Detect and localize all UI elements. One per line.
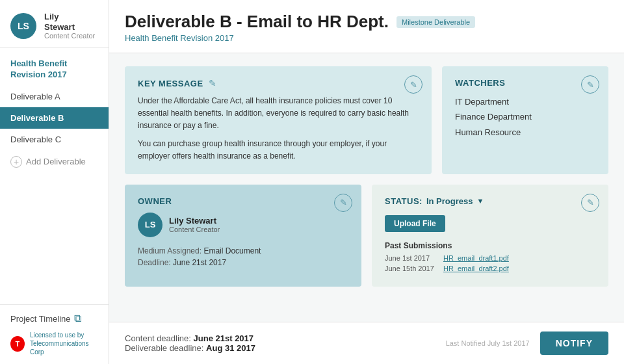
owner-medium: Medium Assigned: Email Document — [138, 246, 348, 255]
submission-file-1[interactable]: HR_email_draft1.pdf — [443, 254, 509, 262]
key-message-edit-button[interactable]: ✎ — [404, 75, 422, 94]
past-submission-1: June 1st 2017 HR_email_draft1.pdf — [385, 254, 595, 262]
owner-deadline: Deadline: June 21st 2017 — [138, 258, 348, 267]
key-message-edit-icon: ✎ — [209, 78, 217, 88]
key-message-title: KEY MESSAGE ✎ — [138, 78, 419, 88]
sidebar-header: LS Lily Stewart Content Creator — [0, 0, 109, 48]
deadlines-section: Content deadline: June 21st 2017 Deliver… — [125, 333, 255, 353]
owner-avatar: LS — [138, 213, 162, 237]
past-submission-2: June 15th 2017 HR_email_draft2.pdf — [385, 265, 595, 272]
past-submissions-title: Past Submissions — [385, 241, 595, 250]
sidebar: LS Lily Stewart Content Creator Health B… — [0, 0, 109, 364]
pencil-icon: ✎ — [410, 80, 417, 90]
pencil-icon-owner: ✎ — [340, 198, 347, 207]
status-label: STATUS: — [385, 196, 422, 206]
cards-row-1: KEY MESSAGE ✎ ✎ Under the Affordable Car… — [125, 66, 608, 174]
breadcrumb[interactable]: Health Benefit Revision 2017 — [125, 33, 234, 43]
watchers-edit-button[interactable]: ✎ — [581, 75, 599, 94]
key-message-body: Under the Affordable Care Act, all healt… — [138, 95, 419, 162]
submission-date-1: June 1st 2017 — [385, 254, 437, 262]
chevron-down-icon: ▼ — [476, 197, 484, 205]
watcher-list: IT Department Finance Department Human R… — [455, 94, 595, 140]
plus-icon: + — [10, 156, 22, 168]
status-card: STATUS: In Progress ▼ ✎ Upload File Past… — [372, 185, 608, 287]
user-name: Lily Stewart — [44, 12, 95, 32]
notify-section: Last Notified July 1st 2017 NOTIFY — [446, 332, 608, 355]
pencil-icon-watchers: ✎ — [587, 80, 594, 90]
key-message-card: KEY MESSAGE ✎ ✎ Under the Affordable Car… — [125, 66, 432, 174]
upload-file-button[interactable]: Upload File — [385, 215, 445, 232]
license-label: Licensed to use by Telecommunications Co… — [30, 331, 98, 356]
owner-edit-button[interactable]: ✎ — [334, 194, 352, 212]
status-value: In Progress — [426, 196, 473, 206]
user-role: Content Creator — [44, 32, 95, 40]
list-item: Finance Department — [455, 109, 595, 124]
notify-button[interactable]: NOTIFY — [540, 332, 608, 355]
sidebar-item-deliverable-c[interactable]: Deliverable C — [0, 129, 109, 150]
deliverable-deadline: Deliverable deadline: Aug 31 2017 — [125, 343, 255, 353]
sidebar-nav: Deliverable A Deliverable B Deliverable … — [0, 86, 109, 174]
page-title: Deliverable B - Email to HR Dept. — [125, 12, 389, 32]
avatar: LS — [10, 13, 36, 39]
owner-role: Content Creator — [169, 226, 220, 233]
watchers-title: WATCHERS — [455, 78, 595, 88]
milestone-badge: Milestone Deliverable — [396, 16, 475, 28]
cards-row-2: OWNER ✎ LS Lily Stewart Content Creator … — [125, 185, 608, 287]
owner-name: Lily Stewart — [169, 216, 220, 226]
watchers-card: WATCHERS ✎ IT Department Finance Departm… — [442, 66, 608, 174]
licensed-text: T Licensed to use by Telecommunications … — [10, 331, 98, 356]
owner-title: OWNER — [138, 196, 348, 206]
submission-date-2: June 15th 2017 — [385, 265, 437, 272]
project-timeline-link[interactable]: Project Timeline ⧉ — [10, 313, 98, 324]
owner-info-row: LS Lily Stewart Content Creator — [138, 213, 348, 237]
add-deliverable-button[interactable]: + Add Deliverable — [0, 150, 109, 174]
last-notified-text: Last Notified July 1st 2017 — [446, 339, 530, 347]
telstra-logo: T — [10, 336, 25, 352]
status-title-row: STATUS: In Progress ▼ — [385, 196, 595, 206]
bottom-bar: Content deadline: June 21st 2017 Deliver… — [109, 322, 624, 364]
list-item: IT Department — [455, 94, 595, 109]
submission-file-2[interactable]: HR_email_draft2.pdf — [443, 265, 509, 272]
sidebar-project-label: Health Benefit Revision 2017 — [0, 48, 109, 86]
main-header: Deliverable B - Email to HR Dept. Milest… — [109, 0, 624, 53]
pencil-icon-status: ✎ — [587, 198, 594, 207]
main-content: Deliverable B - Email to HR Dept. Milest… — [109, 0, 624, 364]
content-deadline: Content deadline: June 21st 2017 — [125, 333, 255, 343]
cards-area: KEY MESSAGE ✎ ✎ Under the Affordable Car… — [109, 53, 624, 322]
list-item: Human Resource — [455, 125, 595, 140]
sidebar-footer: Project Timeline ⧉ T Licensed to use by … — [0, 304, 109, 364]
project-timeline-label: Project Timeline — [10, 314, 70, 324]
status-edit-button[interactable]: ✎ — [581, 194, 599, 212]
sidebar-item-deliverable-a[interactable]: Deliverable A — [0, 86, 109, 107]
external-link-icon: ⧉ — [74, 313, 81, 324]
sidebar-item-deliverable-b[interactable]: Deliverable B — [0, 107, 109, 129]
owner-card: OWNER ✎ LS Lily Stewart Content Creator … — [125, 185, 361, 287]
